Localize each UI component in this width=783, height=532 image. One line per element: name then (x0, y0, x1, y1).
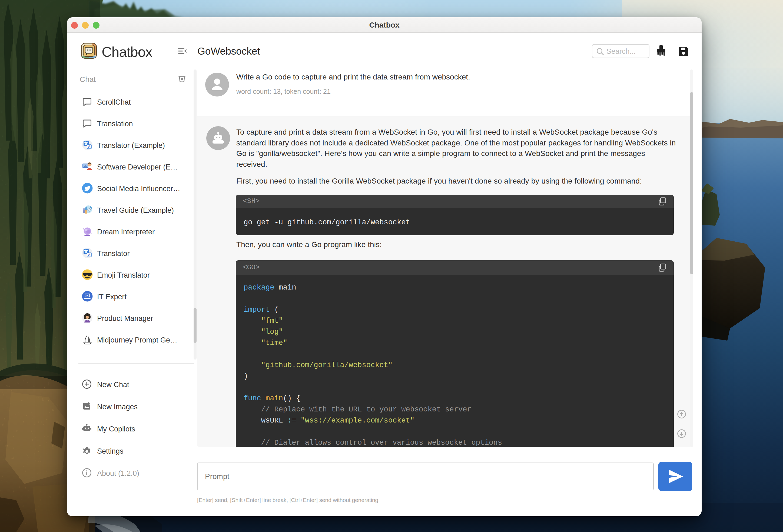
svg-text:A: A (88, 253, 91, 257)
svg-text:</>: </> (84, 165, 87, 167)
svg-text:A: A (88, 145, 91, 149)
